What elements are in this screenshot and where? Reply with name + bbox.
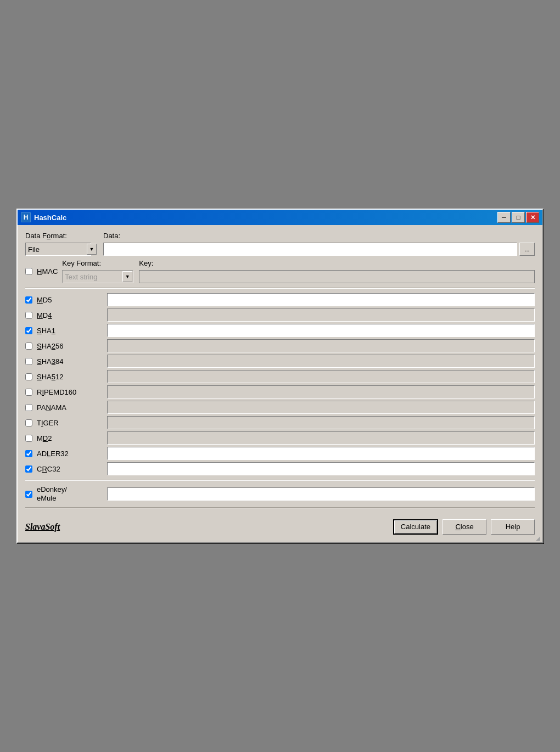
- edonkey-checkbox[interactable]: [25, 491, 32, 498]
- key-format-label: Key Format:: [62, 259, 133, 267]
- md4-input[interactable]: [107, 308, 535, 322]
- data-format-select[interactable]: File Text string Hex string: [25, 243, 91, 256]
- brand-label: SlavaSoft: [25, 522, 60, 532]
- hash-rows: MD5 5aee0248a0cad874c9a64ddb9e65d809 MD4…: [25, 293, 535, 475]
- md2-checkbox[interactable]: [25, 435, 32, 442]
- table-row: ADLER32 c763f2b7: [25, 447, 535, 460]
- edonkey-input[interactable]: 262fb6751ac631f2403cc9448b2b4859: [107, 487, 535, 501]
- adler32-label: ADLER32: [37, 450, 103, 458]
- sha256-checkbox[interactable]: [25, 343, 32, 350]
- ripemd160-input[interactable]: [107, 385, 535, 399]
- panama-input[interactable]: [107, 401, 535, 414]
- title-buttons: ─ □ ✕: [497, 212, 539, 223]
- crc32-input[interactable]: b359ebec: [107, 462, 535, 475]
- tiger-label: TIGER: [37, 419, 103, 427]
- table-row: CRC32 b359ebec: [25, 462, 535, 475]
- sha384-checkbox[interactable]: [25, 358, 32, 365]
- data-format-label: Data Format:: [25, 232, 98, 240]
- md4-checkbox[interactable]: [25, 312, 32, 319]
- edonkey-row: eDonkey/eMule 262fb6751ac631f2403cc9448b…: [25, 485, 535, 502]
- table-row: MD4: [25, 308, 535, 322]
- data-block: Data: C:\_test\Track01.mp3 ...: [103, 232, 535, 256]
- divider-1: [25, 288, 535, 289]
- divider-2: [25, 480, 535, 481]
- help-button[interactable]: Help: [491, 519, 535, 535]
- ripemd160-checkbox[interactable]: [25, 389, 32, 396]
- data-format-select-wrapper: File Text string Hex string ▼: [25, 243, 98, 256]
- md2-label: MD2: [37, 434, 103, 442]
- sha512-input[interactable]: [107, 370, 535, 383]
- browse-button[interactable]: ...: [519, 243, 535, 256]
- md2-input[interactable]: [107, 431, 535, 445]
- hmac-block: HMAC Key Format: Text string Hex string …: [25, 259, 535, 283]
- data-format-block: Data Format: File Text string Hex string…: [25, 232, 98, 256]
- divider-3: [25, 507, 535, 508]
- tiger-input[interactable]: [107, 416, 535, 429]
- sha256-input[interactable]: [107, 339, 535, 352]
- hmac-checkbox[interactable]: [25, 268, 32, 275]
- sha1-checkbox[interactable]: [25, 327, 32, 334]
- app-icon: H: [21, 212, 31, 222]
- key-input[interactable]: [139, 270, 535, 283]
- key-value-block: Key:: [139, 259, 535, 283]
- title-bar-left: H HashCalc: [21, 212, 66, 222]
- sha1-input[interactable]: 75c99f58685aa6cc68015b9b6780762aecc77021: [107, 324, 535, 337]
- table-row: RIPEMD160: [25, 385, 535, 399]
- data-label: Data:: [103, 232, 535, 240]
- data-input[interactable]: C:\_test\Track01.mp3: [103, 243, 517, 256]
- table-row: MD2: [25, 431, 535, 445]
- window-title: HashCalc: [34, 214, 66, 222]
- close-label-rest: lose: [461, 523, 474, 531]
- md5-checkbox[interactable]: [25, 296, 32, 304]
- key-format-select[interactable]: Text string Hex string: [62, 270, 133, 283]
- close-window-button[interactable]: ✕: [526, 212, 539, 223]
- sha384-input[interactable]: [107, 355, 535, 368]
- calculate-button[interactable]: Calculate: [393, 519, 438, 535]
- md5-label: MD5: [37, 296, 103, 304]
- panama-checkbox[interactable]: [25, 404, 32, 411]
- crc32-checkbox[interactable]: [25, 465, 32, 473]
- ripemd160-label: RIPEMD160: [37, 388, 103, 396]
- table-row: PANAMA: [25, 401, 535, 414]
- resize-grip: ◢: [536, 535, 540, 541]
- key-format-block: Key Format: Text string Hex string ▼: [62, 259, 133, 283]
- table-row: SHA256: [25, 339, 535, 352]
- adler32-input[interactable]: c763f2b7: [107, 447, 535, 460]
- table-row: SHA512: [25, 370, 535, 383]
- sha512-checkbox[interactable]: [25, 373, 32, 380]
- tiger-checkbox[interactable]: [25, 419, 32, 426]
- data-input-row: C:\_test\Track01.mp3 ...: [103, 243, 535, 256]
- window-body: Data Format: File Text string Hex string…: [18, 225, 542, 542]
- crc32-label: CRC32: [37, 465, 103, 473]
- key-label: Key:: [139, 259, 535, 267]
- adler32-checkbox[interactable]: [25, 450, 32, 457]
- top-section: Data Format: File Text string Hex string…: [25, 232, 535, 256]
- sha384-label: SHA384: [37, 357, 103, 366]
- md4-label: MD4: [37, 311, 103, 319]
- hmac-label: HMAC: [37, 267, 58, 276]
- edonkey-label: eDonkey/eMule: [37, 485, 103, 502]
- close-button[interactable]: Close: [443, 519, 486, 535]
- maximize-button[interactable]: □: [512, 212, 525, 223]
- main-window: H HashCalc ─ □ ✕ Data Format: File: [16, 209, 544, 543]
- key-block: Key Format: Text string Hex string ▼ Key…: [62, 259, 535, 283]
- panama-label: PANAMA: [37, 403, 103, 412]
- title-bar: H HashCalc ─ □ ✕: [18, 210, 542, 225]
- minimize-button[interactable]: ─: [497, 212, 511, 223]
- table-row: TIGER: [25, 416, 535, 429]
- table-row: SHA384: [25, 355, 535, 368]
- table-row: MD5 5aee0248a0cad874c9a64ddb9e65d809: [25, 293, 535, 306]
- sha1-label: SHA1: [37, 327, 103, 335]
- table-row: SHA1 75c99f58685aa6cc68015b9b6780762aecc…: [25, 324, 535, 337]
- md5-input[interactable]: 5aee0248a0cad874c9a64ddb9e65d809: [107, 293, 535, 306]
- footer: SlavaSoft Calculate Close Help: [25, 515, 535, 535]
- sha256-label: SHA256: [37, 342, 103, 350]
- sha512-label: SHA512: [37, 373, 103, 381]
- key-format-select-wrapper: Text string Hex string ▼: [62, 270, 133, 283]
- footer-buttons: Calculate Close Help: [393, 519, 535, 535]
- window-body-wrapper: Data Format: File Text string Hex string…: [18, 225, 542, 542]
